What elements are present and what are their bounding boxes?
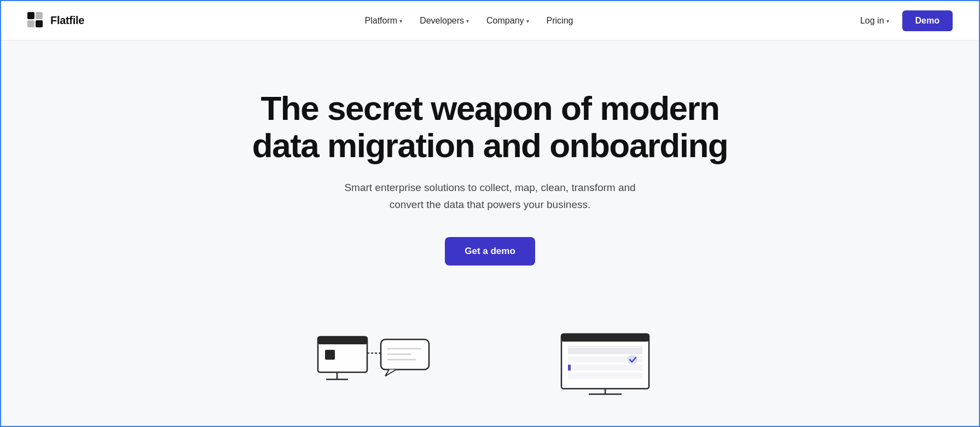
nav-links: Platform ▾ Developers ▾ Company ▾ Pricin…: [358, 13, 580, 29]
logo-text: Flatfile: [50, 14, 84, 27]
logo-icon: [27, 12, 45, 30]
navbar: Flatfile Platform ▾ Developers ▾ Company…: [1, 1, 979, 41]
hero-subtitle: Smart enterprise solutions to collect, m…: [337, 180, 643, 213]
left-illustration: [315, 326, 436, 397]
company-chevron-icon: ▾: [526, 18, 529, 24]
svg-rect-18: [568, 348, 642, 354]
svg-rect-5: [318, 337, 367, 344]
get-demo-button[interactable]: Get a demo: [445, 237, 535, 266]
svg-rect-3: [36, 20, 43, 27]
svg-rect-21: [568, 373, 642, 379]
svg-point-23: [628, 355, 637, 365]
svg-rect-1: [36, 12, 43, 19]
svg-rect-8: [325, 350, 335, 360]
hero-title: The secret weapon of modern data migrati…: [244, 90, 737, 164]
svg-rect-22: [568, 365, 571, 371]
svg-rect-15: [561, 334, 649, 342]
login-button[interactable]: Log in ▾: [854, 13, 896, 29]
spreadsheet-check-icon: [545, 326, 665, 397]
demo-button[interactable]: Demo: [902, 10, 953, 31]
illustration-strip: [1, 298, 979, 397]
nav-developers[interactable]: Developers ▾: [413, 13, 475, 29]
svg-rect-2: [27, 20, 34, 27]
svg-rect-20: [568, 365, 642, 371]
logo-link[interactable]: Flatfile: [27, 12, 84, 30]
nav-right: Log in ▾ Demo: [854, 10, 953, 31]
nav-platform[interactable]: Platform ▾: [358, 13, 409, 29]
hero-section: The secret weapon of modern data migrati…: [1, 41, 979, 298]
nav-company[interactable]: Company ▾: [480, 13, 535, 29]
nav-pricing[interactable]: Pricing: [540, 13, 580, 29]
platform-chevron-icon: ▾: [399, 18, 402, 24]
login-chevron-icon: ▾: [886, 18, 889, 24]
right-illustration: [545, 326, 665, 397]
svg-rect-0: [27, 12, 34, 19]
import-flow-icon: [315, 326, 436, 397]
developers-chevron-icon: ▾: [466, 18, 469, 24]
